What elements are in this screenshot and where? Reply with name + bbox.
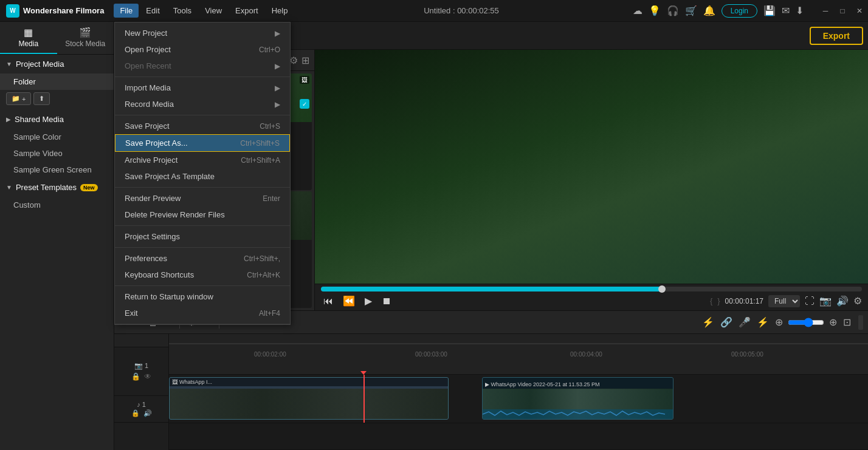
close-button[interactable]: ✕ [851, 2, 868, 19]
grid-icon[interactable]: ⊞ [301, 55, 309, 66]
track-num: 📷 1 [134, 362, 148, 370]
zoom-out-button[interactable]: ⊕ [828, 315, 838, 329]
project-media-header[interactable]: ▼ Project Media [0, 55, 114, 73]
headphone-icon[interactable]: 🎧 [667, 5, 679, 16]
minimize-button[interactable]: ─ [817, 2, 834, 19]
audio-track-label: ♪ 1 🔒 🔊 [114, 396, 168, 423]
tab-media[interactable]: ▦ Media [0, 22, 57, 54]
preset-new-badge: New [80, 184, 98, 191]
shared-media-label: Shared Media [15, 115, 64, 124]
delete-render-label: Delete Preview Render Files [125, 210, 225, 219]
shared-media-header[interactable]: ▶ Shared Media [0, 110, 114, 129]
menu-item-save-as-template[interactable]: Save Project As Template [115, 168, 290, 185]
import-media-label: Import Media [125, 83, 171, 92]
sidebar-item-folder[interactable]: Folder [0, 73, 114, 90]
fullscreen-icon[interactable]: ⛶ [805, 296, 815, 307]
exit-label: Exit [125, 309, 138, 318]
menu-item-project-settings[interactable]: Project Settings [115, 228, 290, 245]
menu-item-preferences[interactable]: Preferences Ctrl+Shift+, [115, 250, 290, 267]
import-button[interactable]: ⬆ [33, 92, 50, 105]
timeline-ruler: 00:00:02:00 00:00:03:00 00:00:04:00 00:0… [169, 334, 868, 375]
menu-item-keyboard-shortcuts[interactable]: Keyboard Shortcuts Ctrl+Alt+K [115, 267, 290, 283]
settings2-icon[interactable]: ⚙ [853, 295, 862, 307]
menu-item-record-media[interactable]: Record Media ▶ [115, 96, 290, 112]
download-icon[interactable]: ⬇ [796, 5, 804, 16]
preferences-label: Preferences [125, 254, 167, 263]
sidebar-item-custom[interactable]: Custom [0, 197, 114, 213]
mail-icon[interactable]: ✉ [782, 5, 790, 16]
stop-button[interactable]: ⏹ [379, 295, 394, 308]
file-menu-dropdown: New Project ▶ Open Project Ctrl+O Open R… [114, 22, 291, 325]
sidebar-item-sample-video[interactable]: Sample Video [0, 145, 114, 162]
tab-stock-media[interactable]: 🎬 Stock Media [57, 22, 114, 54]
menu-item-exit[interactable]: Exit Alt+F4 [115, 305, 290, 321]
menu-item-save-project-as[interactable]: Save Project As... Ctrl+Shift+S [115, 134, 290, 152]
video-clip[interactable]: ▶ WhatsApp Video 2022-05-21 at 11.53.25 … [482, 377, 673, 420]
cloud-icon[interactable]: ☁ [633, 5, 642, 16]
progress-handle[interactable] [658, 285, 666, 293]
ripple-edit-button[interactable]: ⚡ [701, 315, 715, 329]
menu-section-4: Render Preview Enter Delete Preview Rend… [115, 188, 290, 226]
sidebar-item-sample-green[interactable]: Sample Green Screen [0, 162, 114, 178]
menu-file[interactable]: File [114, 4, 139, 18]
menu-item-save-project[interactable]: Save Project Ctrl+S [115, 118, 290, 134]
bulb-icon[interactable]: 💡 [649, 5, 661, 16]
titlebar-icons: ☁ 💡 🎧 🛒 🔔 Login 💾 ✉ ⬇ [625, 4, 811, 18]
volume-icon[interactable]: 🔊 [836, 295, 849, 307]
menu-item-new-project[interactable]: New Project ▶ [115, 25, 290, 41]
mute-button[interactable]: 🎤 [737, 315, 752, 329]
project-settings-label: Project Settings [125, 232, 180, 241]
image-clip-label: 🖼 WhatsApp I... [172, 379, 446, 385]
bracket-left[interactable]: { [710, 296, 712, 305]
menu-item-archive-project[interactable]: Archive Project Ctrl+Shift+A [115, 152, 290, 168]
menu-item-import-media[interactable]: Import Media ▶ [115, 80, 290, 96]
menu-item-render-preview[interactable]: Render Preview Enter [115, 190, 290, 206]
bracket-right[interactable]: } [717, 296, 720, 305]
login-button[interactable]: Login [722, 4, 757, 18]
audio-wave-svg [483, 409, 673, 419]
preset-templates-header[interactable]: ▼ Preset Templates New [0, 178, 114, 197]
zoom-slider[interactable] [788, 318, 824, 327]
maximize-button[interactable]: □ [834, 2, 851, 19]
quality-select[interactable]: Full [768, 295, 800, 307]
split-audio-button[interactable]: ⚡ [756, 315, 770, 329]
menu-item-delete-render-files[interactable]: Delete Preview Render Files [115, 206, 290, 223]
eye-icon[interactable]: 👁 [144, 372, 151, 381]
menu-export[interactable]: Export [229, 4, 264, 18]
track-lock-mute: 🔒 👁 [131, 372, 151, 381]
bell-icon[interactable]: 🔔 [703, 5, 715, 16]
menu-edit[interactable]: Edit [140, 4, 165, 18]
preview-area: ⏮ ⏪ ▶ ⏹ { } 00:00:01:17 Full ⛶ 📷 [315, 50, 868, 310]
menu-help[interactable]: Help [266, 4, 294, 18]
menu-item-return-startup[interactable]: Return to Startup window [115, 288, 290, 305]
step-back-button[interactable]: ⏮ [321, 295, 336, 308]
image-clip-thumbs [170, 389, 448, 419]
zoom-in-button[interactable]: ⊕ [774, 315, 784, 329]
clip-connect-button[interactable]: 🔗 [719, 315, 734, 329]
menu-item-open-recent[interactable]: Open Recent ▶ [115, 58, 290, 74]
archive-project-label: Archive Project [125, 155, 177, 165]
menu-bar: File Edit Tools View Export Help [110, 4, 297, 18]
lock-icon[interactable]: 🔒 [131, 372, 140, 381]
fit-button[interactable]: ⊡ [842, 315, 852, 329]
play-button[interactable]: ▶ [362, 294, 374, 308]
save-icon[interactable]: 💾 [763, 5, 776, 16]
image-clip[interactable]: 🖼 WhatsApp I... [169, 377, 449, 420]
playhead[interactable] [363, 375, 365, 423]
open-project-shortcut: Ctrl+O [259, 46, 280, 54]
frame-back-button[interactable]: ⏪ [340, 294, 357, 308]
menu-item-open-project[interactable]: Open Project Ctrl+O [115, 41, 290, 58]
ruler-label-empty [114, 334, 168, 347]
filter-icon[interactable]: ⚙ [289, 55, 298, 66]
sidebar-item-sample-color[interactable]: Sample Color [0, 129, 114, 145]
audio-lock-icon[interactable]: 🔒 [131, 409, 140, 417]
snapshot-icon[interactable]: 📷 [819, 295, 832, 307]
menu-tools[interactable]: Tools [167, 4, 198, 18]
collapse-handle[interactable] [858, 315, 863, 330]
shop-icon[interactable]: 🛒 [685, 5, 697, 16]
progress-bar[interactable] [321, 287, 862, 291]
menu-view[interactable]: View [199, 4, 228, 18]
audio-mute-icon[interactable]: 🔊 [143, 409, 152, 417]
new-folder-button[interactable]: 📁 + [6, 92, 31, 105]
export-button[interactable]: Export [810, 27, 863, 45]
